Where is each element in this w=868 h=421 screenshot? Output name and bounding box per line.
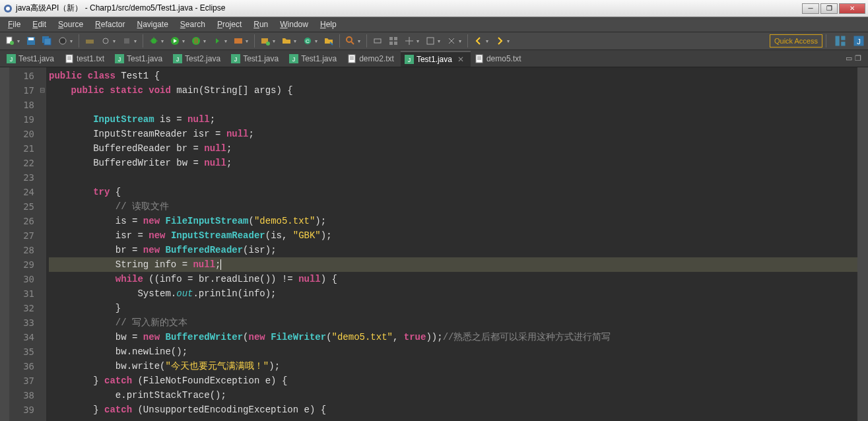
menu-source[interactable]: Source — [53, 18, 88, 30]
code-line[interactable]: bw.write("今天也要元气满满哦！"); — [49, 359, 857, 373]
back-icon[interactable] — [471, 34, 486, 48]
external-icon[interactable] — [231, 34, 246, 48]
code-line[interactable]: InputStream is = null; — [49, 112, 857, 127]
perspective-icon[interactable] — [834, 34, 847, 48]
new-package-icon[interactable] — [258, 34, 273, 48]
editor-tab[interactable]: JTest1.java — [3, 51, 61, 67]
fold-marker[interactable] — [38, 127, 46, 141]
vertical-scrollbar[interactable] — [857, 67, 868, 421]
dropdown-icon[interactable]: ▾ — [161, 38, 166, 44]
dropdown-icon[interactable]: ▾ — [203, 38, 209, 44]
line-number[interactable]: 35 — [9, 344, 34, 359]
run-icon[interactable] — [168, 34, 182, 48]
code-line[interactable] — [49, 98, 857, 112]
line-number[interactable]: 29 — [9, 257, 34, 272]
code-line[interactable]: // 读取文件 — [49, 199, 857, 214]
fold-marker[interactable] — [38, 185, 46, 199]
new-folder-icon[interactable] — [279, 34, 294, 48]
fold-marker[interactable] — [38, 156, 46, 170]
debug-icon[interactable] — [147, 34, 161, 48]
line-number[interactable]: 31 — [9, 286, 34, 301]
maximize-button[interactable]: ❐ — [820, 3, 838, 14]
line-number[interactable]: 30 — [9, 272, 34, 286]
code-line[interactable]: // 写入新的文本 — [49, 315, 857, 330]
line-number[interactable]: 33 — [9, 315, 34, 330]
dropdown-icon[interactable]: ▾ — [315, 38, 320, 44]
editor-tab[interactable]: JTest1.java✕ — [401, 51, 471, 67]
code-line[interactable]: BufferedReader br = null; — [49, 141, 857, 156]
fold-marker[interactable] — [38, 272, 46, 286]
line-number[interactable]: 32 — [9, 301, 34, 315]
java-perspective-icon[interactable]: J — [852, 34, 865, 48]
menu-help[interactable]: Help — [315, 18, 342, 30]
build-icon[interactable] — [83, 34, 97, 48]
fold-marker[interactable] — [38, 315, 46, 330]
fold-marker[interactable] — [38, 359, 46, 373]
fold-marker[interactable] — [38, 388, 46, 403]
editor-tab[interactable]: JTest1.java — [227, 51, 285, 67]
tool-icon[interactable] — [423, 34, 438, 48]
close-tab-icon[interactable]: ✕ — [457, 55, 464, 64]
line-number[interactable]: 34 — [9, 330, 34, 344]
code-line[interactable]: } catch (FileNotFoundException e) { — [49, 373, 857, 388]
menu-file[interactable]: File — [3, 18, 26, 30]
code-line[interactable]: bw.newLine(); — [49, 344, 857, 359]
line-number[interactable]: 27 — [9, 228, 34, 243]
line-number[interactable]: 17 — [9, 83, 34, 98]
code-line[interactable]: String info = null; — [49, 257, 857, 272]
dropdown-icon[interactable]: ▾ — [486, 38, 491, 44]
code-line[interactable]: is = new FileInputStream("demo5.txt"); — [49, 214, 857, 228]
forward-icon[interactable] — [492, 34, 507, 48]
line-number[interactable]: 21 — [9, 141, 34, 156]
fold-marker[interactable] — [38, 228, 46, 243]
fold-marker[interactable] — [38, 301, 46, 315]
code-line[interactable]: e.printStackTrace(); — [49, 388, 857, 403]
new-class-icon[interactable]: C — [300, 34, 315, 48]
line-number[interactable]: 36 — [9, 359, 34, 373]
line-number[interactable]: 18 — [9, 98, 34, 112]
line-number[interactable]: 16 — [9, 69, 34, 83]
fold-marker[interactable] — [38, 199, 46, 214]
dropdown-icon[interactable]: ▾ — [246, 38, 251, 44]
code-line[interactable]: isr = new InputStreamReader(is, "GBK"); — [49, 228, 857, 243]
dropdown-icon[interactable]: ▾ — [224, 38, 230, 44]
fold-marker[interactable] — [38, 214, 46, 228]
search-icon[interactable] — [343, 34, 358, 48]
tool-icon[interactable] — [98, 34, 113, 48]
dropdown-icon[interactable]: ▾ — [459, 38, 464, 44]
open-type-icon[interactable] — [321, 34, 336, 48]
code-line[interactable]: InputStreamReader isr = null; — [49, 127, 857, 141]
line-number[interactable]: 23 — [9, 170, 34, 185]
editor-tab[interactable]: test1.txt — [61, 51, 111, 67]
dropdown-icon[interactable]: ▾ — [294, 38, 299, 44]
line-number[interactable]: 37 — [9, 373, 34, 388]
line-number-gutter[interactable]: 1617181920212223242526272829303132333435… — [9, 67, 38, 421]
close-button[interactable]: ✕ — [839, 3, 865, 14]
editor-tab[interactable]: JTest2.java — [169, 51, 227, 67]
line-number[interactable]: 38 — [9, 388, 34, 403]
pin-icon[interactable] — [386, 34, 401, 48]
minimize-view-icon[interactable]: ▭ — [846, 54, 852, 63]
toggle-icon[interactable] — [370, 34, 385, 48]
fold-marker[interactable] — [38, 373, 46, 388]
menu-refactor[interactable]: Refactor — [90, 18, 130, 30]
print-icon[interactable] — [55, 34, 70, 48]
fold-marker[interactable] — [38, 257, 46, 272]
fold-marker[interactable] — [38, 69, 46, 83]
code-line[interactable]: public class Test1 { — [49, 69, 857, 83]
code-line[interactable]: } catch (UnsupportedEncodingException e)… — [49, 403, 857, 417]
line-number[interactable]: 19 — [9, 112, 34, 127]
run-last-icon[interactable] — [210, 34, 224, 48]
dropdown-icon[interactable]: ▾ — [113, 38, 118, 44]
code-line[interactable]: while ((info = br.readLine()) != null) { — [49, 272, 857, 286]
line-number[interactable]: 26 — [9, 214, 34, 228]
fold-marker[interactable] — [38, 286, 46, 301]
menu-search[interactable]: Search — [175, 18, 211, 30]
dropdown-icon[interactable]: ▾ — [70, 38, 75, 44]
menu-edit[interactable]: Edit — [27, 18, 51, 30]
dropdown-icon[interactable]: ▾ — [17, 38, 22, 44]
code-line[interactable]: public static void main(String[] args) { — [49, 83, 857, 98]
tool-icon[interactable] — [119, 34, 134, 48]
minimize-button[interactable]: ─ — [802, 3, 819, 14]
quick-access[interactable]: Quick Access — [770, 34, 822, 48]
